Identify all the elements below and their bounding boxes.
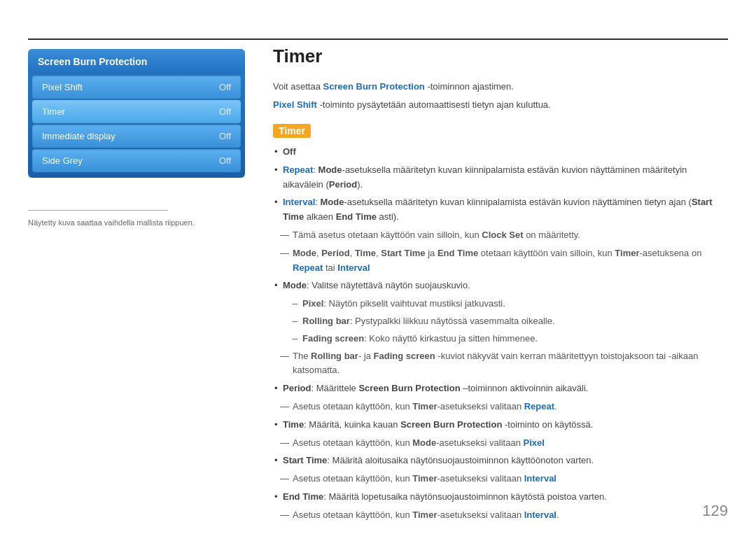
subnote-rolling-fading: The Rolling bar- ja Fading screen -kuvio… xyxy=(273,349,728,379)
subnote-start-time: Asetus otetaan käyttöön, kun Timer-asetu… xyxy=(273,472,728,486)
list-item-period: Period: Määrittele Screen Burn Protectio… xyxy=(273,381,728,396)
subnote-period: Asetus otetaan käyttöön, kun Timer-asetu… xyxy=(273,400,728,414)
immediate-display-label: Immediate display xyxy=(42,131,115,141)
menu-box-title: Screen Burn Protection xyxy=(28,49,245,74)
subsub-rolling: Rolling bar: Pystypalkki liikkuu näytöss… xyxy=(273,314,728,329)
page-number: 129 xyxy=(702,502,728,520)
off-text: Off xyxy=(283,146,296,157)
list-item-interval: Interval: Mode-asetuksella määritetyn ku… xyxy=(273,195,728,225)
list-item-repeat: Repeat: Mode-asetuksella määritetyn kuva… xyxy=(273,163,728,192)
footnote-divider xyxy=(28,210,168,211)
subsub-fading: Fading screen: Koko näyttö kirkastuu ja … xyxy=(273,332,728,346)
pixel-shift-value: Off xyxy=(219,82,231,92)
side-grey-value: Off xyxy=(219,155,231,166)
list-item-time: Time: Määritä, kuinka kauan Screen Burn … xyxy=(273,418,728,433)
timer-value: Off xyxy=(219,106,231,117)
menu-item-immediate-display[interactable]: Immediate display Off xyxy=(32,125,241,148)
section-heading: Timer xyxy=(273,124,311,138)
menu-item-side-grey[interactable]: Side Grey Off xyxy=(32,149,241,172)
list-item-off: Off xyxy=(273,145,728,160)
menu-item-timer[interactable]: Timer Off xyxy=(32,100,241,123)
timer-label: Timer xyxy=(42,106,65,117)
subnote-mode-period: Mode, Period, Time, Start Time ja End Ti… xyxy=(273,246,728,276)
side-grey-label: Side Grey xyxy=(42,155,83,166)
intro-line-1: Voit asettaa Screen Burn Protection -toi… xyxy=(273,80,728,94)
subsub-pixel: Pixel: Näytön pikselit vaihtuvat mustiks… xyxy=(273,297,728,311)
subnote-end-time: Asetus otetaan käyttöön, kun Timer-asetu… xyxy=(273,508,728,523)
pixel-shift-label: Pixel Shift xyxy=(42,82,83,92)
list-item-mode: Mode: Valitse näytettävä näytön suojausk… xyxy=(273,279,728,293)
interval-label: Interval xyxy=(283,197,315,207)
menu-item-pixel-shift[interactable]: Pixel Shift Off xyxy=(32,76,241,99)
menu-box: Screen Burn Protection Pixel Shift Off T… xyxy=(28,49,245,178)
immediate-display-value: Off xyxy=(219,131,231,141)
footnote-text: Näytetty kuva saattaa vaihdella mallista… xyxy=(28,218,224,227)
content-body: Off Repeat: Mode-asetuksella määritetyn … xyxy=(273,145,728,523)
subnote-clock: Tämä asetus otetaan käyttöön vain silloi… xyxy=(273,228,728,243)
list-item-end-time: End Time: Määritä lopetusaika näytönsuoj… xyxy=(273,490,728,505)
intro-line-2: Pixel Shift -toiminto pysäytetään automa… xyxy=(273,98,728,112)
page-title: Timer xyxy=(273,45,728,67)
subnote-time: Asetus otetaan käyttöön, kun Mode-asetuk… xyxy=(273,436,728,451)
top-border xyxy=(28,38,728,40)
right-content: Timer Voit asettaa Screen Burn Protectio… xyxy=(273,45,728,526)
repeat-label: Repeat xyxy=(283,164,313,175)
left-panel: Screen Burn Protection Pixel Shift Off T… xyxy=(28,49,245,178)
list-item-start-time: Start Time: Määritä aloitusaika näytönsu… xyxy=(273,454,728,468)
